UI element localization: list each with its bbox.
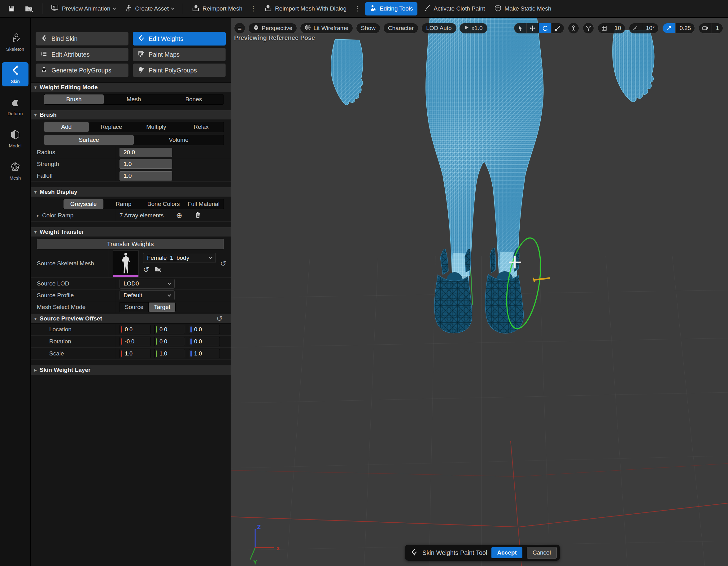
activate-cloth-paint-button[interactable]: Activate Cloth Paint <box>421 2 488 15</box>
source-skeletal-mesh-dropdown[interactable]: Female_1_body <box>143 253 216 263</box>
transfer-weights-button[interactable]: Transfer Weights <box>37 239 224 249</box>
cancel-button[interactable]: Cancel <box>527 547 557 559</box>
display-greyscale[interactable]: Greyscale <box>63 199 103 209</box>
unreal-skeletal-mesh-editor: Preview Animation Create Asset Reimport … <box>0 0 728 566</box>
mesh-select-source[interactable]: Source <box>120 302 149 312</box>
bind-skin-button[interactable]: Bind Skin <box>36 32 129 46</box>
mesh-select-target[interactable]: Target <box>149 302 176 312</box>
rail-item-mesh[interactable]: Mesh <box>2 159 28 183</box>
display-full-material[interactable]: Full Material <box>184 199 224 209</box>
reimport-dialog-options-icon[interactable]: ⋮ <box>353 5 362 13</box>
surface-snapping-button[interactable] <box>583 23 594 34</box>
collapse-arrow-icon: ▾ <box>34 229 37 234</box>
rail-item-label: Skeleton <box>6 46 24 52</box>
rotation-x-input[interactable]: -0.0 <box>120 337 150 346</box>
reimport-mesh-button[interactable]: Reimport Mesh <box>189 2 246 15</box>
rail-item-skeleton[interactable]: Skeleton <box>2 30 28 54</box>
scale-tool-button[interactable] <box>551 23 564 33</box>
browse-to-asset-icon[interactable] <box>154 266 162 274</box>
perspective-cube-icon <box>253 24 259 32</box>
edit-attributes-button[interactable]: Edit Attributes <box>36 48 129 61</box>
playback-speed-button[interactable]: x1.0 <box>460 23 487 33</box>
section-weight-transfer[interactable]: ▾ Weight Transfer <box>31 227 231 237</box>
rail-item-deform[interactable]: Deform <box>2 94 28 119</box>
rail-item-model[interactable]: Model <box>2 127 28 151</box>
browse-to-asset-button[interactable] <box>22 3 37 15</box>
perspective-button[interactable]: Perspective <box>248 23 297 33</box>
character-menu-button[interactable]: Character <box>383 23 418 33</box>
strength-input[interactable]: 1.0 <box>120 159 172 169</box>
falloff-input[interactable]: 1.0 <box>120 171 172 181</box>
coordinate-system-button[interactable] <box>568 23 579 34</box>
scale-x-input[interactable]: 1.0 <box>120 349 150 358</box>
section-source-preview-offset[interactable]: ▾ Source Preview Offset ↺ <box>31 314 231 324</box>
skeletal-mesh-thumbnail[interactable] <box>113 250 139 276</box>
add-element-icon[interactable]: ⊕ <box>176 211 182 220</box>
show-menu-button[interactable]: Show <box>356 23 380 33</box>
display-bone-colors[interactable]: Bone Colors <box>144 199 184 209</box>
lod-menu-button[interactable]: LOD Auto <box>421 23 456 33</box>
paint-maps-button[interactable]: Paint Maps <box>133 48 226 61</box>
select-tool-button[interactable] <box>514 23 527 33</box>
rotation-snap-control[interactable]: 10° <box>629 23 659 33</box>
radius-input[interactable]: 20.0 <box>120 148 172 157</box>
gizmo-z-label: Z <box>257 523 261 531</box>
mesh-select-mode-segmented: Source Target <box>120 302 176 312</box>
scale-snap-control[interactable]: 0.25 <box>662 23 695 33</box>
accept-button[interactable]: Accept <box>491 547 522 558</box>
source-profile-dropdown[interactable]: Default <box>120 290 175 300</box>
camera-speed-control[interactable]: 1 <box>699 23 723 33</box>
rotation-z-input[interactable]: 0.0 <box>189 337 220 346</box>
location-y-input[interactable]: 0.0 <box>154 325 185 334</box>
bind-skin-label: Bind Skin <box>51 35 78 42</box>
paint-polygroups-button[interactable]: Paint PolyGroups <box>133 63 226 77</box>
gizmo-x-label: x <box>276 544 280 552</box>
left-hand-mesh <box>331 39 363 105</box>
falloff-label: Falloff <box>37 172 115 179</box>
expand-arrow-icon[interactable]: ▸ <box>37 213 39 218</box>
color-ramp-label: Color Ramp <box>42 212 73 219</box>
rail-item-label: Skin <box>11 79 20 84</box>
mode-option-bones[interactable]: Bones <box>164 94 224 104</box>
section-skin-weight-layer[interactable]: ▸ Skin Weight Layer <box>31 365 231 375</box>
editing-tools-button[interactable]: Editing Tools <box>365 2 417 15</box>
brush-op-add[interactable]: Add <box>44 122 89 132</box>
display-ramp[interactable]: Ramp <box>103 199 143 209</box>
viewport-options-button[interactable]: ≡ <box>234 23 245 34</box>
rail-item-skin[interactable]: Skin <box>2 62 28 86</box>
reimport-mesh-with-dialog-button[interactable]: Reimport Mesh With Dialog <box>261 2 350 15</box>
make-static-mesh-button[interactable]: Make Static Mesh <box>491 2 554 15</box>
view-mode-button[interactable]: Lit Wireframe <box>300 23 353 33</box>
use-selected-asset-icon[interactable]: ↺ <box>143 265 149 274</box>
brush-op-relax[interactable]: Relax <box>179 122 224 132</box>
preview-animation-button[interactable]: Preview Animation <box>48 2 119 15</box>
reset-offset-icon[interactable]: ↺ <box>216 314 223 323</box>
translate-tool-button[interactable] <box>527 23 539 33</box>
reset-to-default-icon[interactable]: ↺ <box>220 259 226 268</box>
brush-op-replace[interactable]: Replace <box>89 122 134 132</box>
reimport-mesh-label: Reimport Mesh <box>203 5 242 12</box>
section-mesh-display[interactable]: ▾ Mesh Display <box>31 187 231 197</box>
rotate-tool-button[interactable] <box>539 23 551 33</box>
save-button[interactable] <box>4 3 19 15</box>
create-asset-button[interactable]: Create Asset <box>122 2 177 15</box>
brush-domain-surface[interactable]: Surface <box>44 135 134 145</box>
scale-y-input[interactable]: 1.0 <box>154 349 185 358</box>
edit-weights-button[interactable]: Edit Weights <box>133 32 226 46</box>
scale-z-input[interactable]: 1.0 <box>189 349 220 358</box>
location-x-input[interactable]: 0.0 <box>120 325 150 334</box>
brush-op-multiply[interactable]: Multiply <box>134 122 179 132</box>
grid-snap-control[interactable]: 10 <box>598 23 625 33</box>
source-lod-dropdown[interactable]: LOD0 <box>120 279 175 289</box>
section-brush[interactable]: ▾ Brush <box>31 110 231 120</box>
mode-option-mesh[interactable]: Mesh <box>104 94 163 104</box>
delete-elements-icon[interactable] <box>195 211 201 220</box>
brush-domain-volume[interactable]: Volume <box>134 135 224 145</box>
mode-option-brush[interactable]: Brush <box>44 94 104 104</box>
reimport-mesh-options-icon[interactable]: ⋮ <box>249 5 258 13</box>
rotation-y-input[interactable]: 0.0 <box>154 337 185 346</box>
section-weight-editing-mode[interactable]: ▾ Weight Editing Mode <box>31 82 231 92</box>
location-z-input[interactable]: 0.0 <box>189 325 220 334</box>
generate-polygroups-button[interactable]: Generate PolyGroups <box>36 63 129 77</box>
3d-viewport[interactable]: Z x Y ≡ Perspective Lit Wireframe Show C… <box>231 18 728 566</box>
